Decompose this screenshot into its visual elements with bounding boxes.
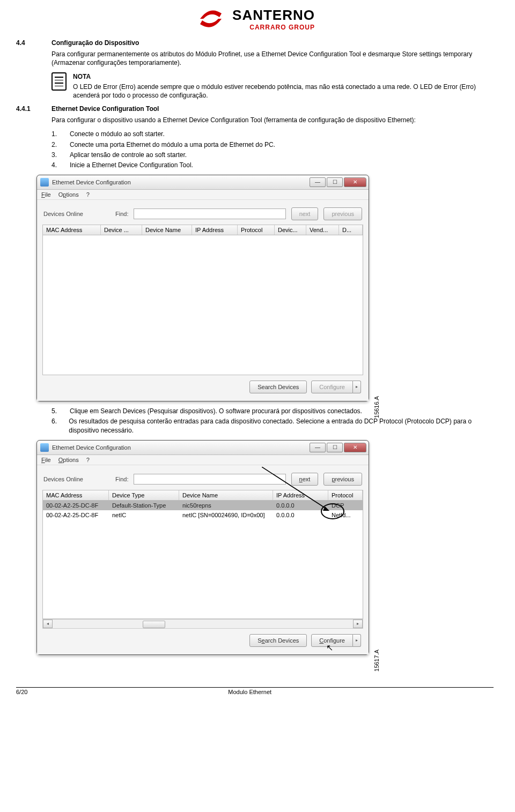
page-number: 6/20	[16, 689, 27, 695]
grid-header: MAC Address Device ... Device Name IP Ad…	[42, 225, 363, 235]
close-button[interactable]: ✕	[344, 443, 366, 452]
minimize-button[interactable]: —	[310, 443, 326, 452]
logo-name: SANTERNO	[232, 7, 315, 24]
note-block: NOTA O LED de Error (Erro) acende sempre…	[52, 72, 494, 100]
scroll-thumb[interactable]	[143, 621, 165, 628]
search-devices-button[interactable]: Search Devices	[249, 381, 307, 393]
find-input[interactable]	[134, 474, 285, 485]
scroll-left-icon[interactable]: ◂	[43, 620, 53, 628]
cell-mac: 00-02-A2-25-DC-8F	[43, 510, 109, 520]
subsection-intro: Para configurar o dispositivo usando a E…	[52, 116, 494, 124]
step-num: 2.	[52, 140, 61, 150]
maximize-button[interactable]: ☐	[327, 443, 343, 452]
search-devices-button[interactable]: Search Devices	[249, 634, 307, 647]
find-label: Find:	[115, 211, 128, 217]
screenshot-1: Ethernet Device Configuration — ☐ ✕ File…	[36, 175, 369, 401]
window-title: Ethernet Device Configuration	[52, 444, 310, 451]
note-icon	[52, 72, 67, 91]
step-num: 3.	[52, 151, 61, 160]
col-ip[interactable]: IP Address	[192, 225, 238, 235]
scroll-right-icon[interactable]: ▸	[353, 620, 363, 628]
subsection-title: Ethernet Device Configuration Tool	[52, 105, 159, 113]
col-d[interactable]: D...	[339, 225, 363, 235]
figure-id: 15616.A	[373, 396, 380, 418]
col-mac[interactable]: MAC Address	[43, 490, 109, 500]
step-text: Inicie a Ethernet Device Configuration T…	[70, 161, 193, 170]
step-text: Clique em Search Devices (Pesquisar disp…	[70, 407, 362, 416]
col-device[interactable]: Device ...	[101, 225, 142, 235]
step-num: 5.	[52, 407, 61, 416]
col-vend[interactable]: Vend...	[306, 225, 339, 235]
cell-type: Default-Station-Type	[109, 501, 179, 510]
find-label: Find:	[115, 476, 128, 482]
menu-file[interactable]: File	[41, 457, 51, 463]
devices-online-label: Devices Online	[43, 476, 83, 482]
step-num: 4.	[52, 161, 61, 170]
col-devname[interactable]: Device Name	[179, 490, 273, 500]
col-proto[interactable]: Protocol	[328, 490, 363, 500]
col-devtype[interactable]: Device Type	[109, 490, 179, 500]
section-title: Configuração do Dispositivo	[52, 39, 139, 47]
menu-help[interactable]: ?	[86, 457, 90, 463]
cell-ip: 0.0.0.0	[273, 501, 328, 510]
grid-header: MAC Address Device Type Device Name IP A…	[42, 490, 363, 501]
minimize-button[interactable]: —	[310, 177, 326, 187]
menu-options[interactable]: Options	[58, 457, 79, 463]
col-devname[interactable]: Device Name	[142, 225, 192, 235]
previous-button[interactable]: previous	[323, 207, 362, 220]
col-mac[interactable]: MAC Address	[43, 225, 101, 235]
brand-logo: SANTERNO CARRARO GROUP	[16, 5, 494, 34]
close-button[interactable]: ✕	[344, 177, 366, 187]
table-row[interactable]: 00-02-A2-25-DC-8F Default-Station-Type n…	[43, 501, 363, 510]
next-button[interactable]: next	[291, 207, 319, 220]
step-num: 6.	[52, 417, 60, 436]
configure-button[interactable]: Configure	[311, 381, 353, 393]
section-number: 4.4	[16, 39, 41, 47]
step-num: 1.	[52, 130, 61, 139]
window-title: Ethernet Device Configuration	[52, 179, 310, 185]
step-text: Conecte o módulo ao soft starter.	[70, 130, 165, 139]
cell-type: netIC	[109, 510, 179, 520]
footer-title: Modulo Ethernet	[228, 689, 271, 695]
window-titlebar[interactable]: Ethernet Device Configuration — ☐ ✕	[37, 441, 369, 455]
section-intro: Para configurar permanentemente os atrib…	[52, 50, 494, 67]
menu-file[interactable]: File	[41, 191, 51, 198]
cell-name: netIC [SN=00024690, ID=0x00]	[179, 510, 273, 520]
menu-options[interactable]: Options	[58, 191, 79, 198]
cell-mac: 00-02-A2-25-DC-8F	[43, 501, 109, 510]
step-text: Conecte uma porta Ethernet do módulo a u…	[70, 140, 275, 150]
grid-body-empty	[42, 235, 363, 375]
menu-help[interactable]: ?	[86, 191, 90, 198]
note-body: O LED de Error (Erro) acende sempre que …	[73, 83, 476, 99]
devices-online-label: Devices Online	[43, 211, 83, 217]
app-icon	[40, 443, 49, 452]
configure-dropdown-icon[interactable]: ▸	[353, 381, 361, 393]
screenshot-2: Ethernet Device Configuration — ☐ ✕ File…	[36, 440, 369, 655]
horizontal-scrollbar[interactable]: ◂ ▸	[42, 619, 363, 629]
cursor-pointer-icon: ↖	[326, 643, 333, 653]
note-heading: NOTA	[73, 72, 494, 81]
window-titlebar[interactable]: Ethernet Device Configuration — ☐ ✕	[37, 175, 369, 190]
col-proto[interactable]: Protocol	[238, 225, 275, 235]
step-text: Aplicar tensão de controle ao soft start…	[70, 151, 187, 160]
maximize-button[interactable]: ☐	[327, 177, 343, 187]
previous-button[interactable]: previous	[323, 473, 362, 486]
find-input[interactable]	[134, 208, 285, 219]
step-text: Os resultados de pesquisa conterão entra…	[69, 417, 494, 436]
cell-ip: 0.0.0.0	[273, 510, 328, 520]
logo-subtitle: CARRARO GROUP	[232, 24, 315, 31]
configure-dropdown-icon[interactable]: ▸	[353, 634, 361, 647]
annotation-circle-icon	[321, 503, 344, 519]
next-button[interactable]: next	[291, 473, 319, 486]
logo-mark-icon	[195, 5, 227, 32]
grid-body: 00-02-A2-25-DC-8F Default-Station-Type n…	[42, 501, 363, 619]
subsection-number: 4.4.1	[16, 105, 41, 113]
col-ip[interactable]: IP Address	[273, 490, 328, 500]
app-icon	[40, 178, 49, 187]
figure-id: 15617.A	[373, 650, 380, 672]
table-row[interactable]: 00-02-A2-25-DC-8F netIC netIC [SN=000246…	[43, 510, 363, 520]
col-devic[interactable]: Devic...	[275, 225, 306, 235]
cell-name: nic50repns	[179, 501, 273, 510]
